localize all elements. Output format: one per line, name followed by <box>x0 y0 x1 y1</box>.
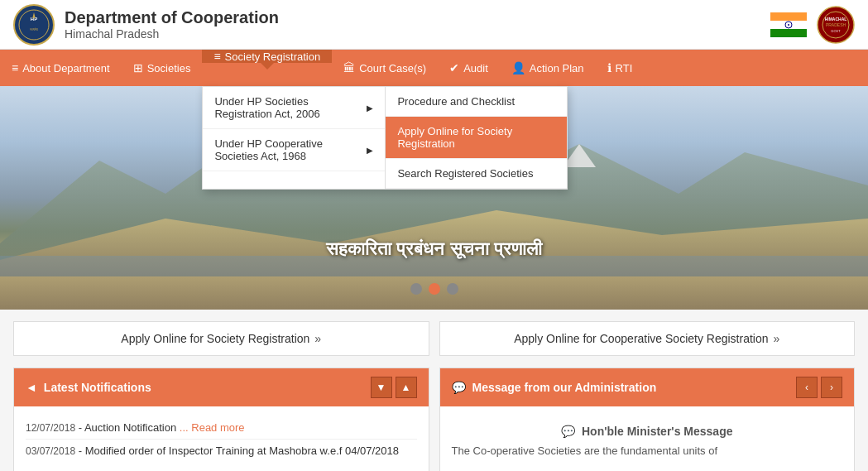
bottom-panels: ◄ Latest Notifications ▼ ▲ 12/07/2018 - … <box>0 368 868 471</box>
svg-point-9 <box>788 24 789 26</box>
nav-society-reg[interactable]: ≡ Society Registration <box>202 50 332 63</box>
nav-about-label: About Department <box>22 62 110 74</box>
list-icon: ≡ <box>213 50 220 63</box>
dropdown-hp-coop[interactable]: Under HP Cooperative Societies Act, 1968… <box>203 129 385 171</box>
msg-minister-title: 💬 Hon'ble Minister's Message <box>452 416 843 443</box>
dropdown-apply-online-label: Apply Online for Society Registration <box>397 125 555 150</box>
msg-icon: 💬 <box>561 425 575 438</box>
notification-date-2: 03/07/2018 <box>26 445 75 457</box>
notifications-down-btn[interactable]: ▼ <box>371 377 392 398</box>
notification-separator-2: - <box>79 445 85 457</box>
court-icon: 🏛 <box>343 61 355 74</box>
dropdown-procedure-label: Procedure and Checklist <box>397 95 515 108</box>
hero-tagline: सहकारिता प्रबंधन सूचना प्रणाली <box>326 238 541 260</box>
info-icon: ℹ <box>607 61 611 74</box>
dropdown-search-label: Search Registered Societies <box>397 167 533 180</box>
quick-link-coop-label: Apply Online for Cooperative Society Reg… <box>514 332 768 345</box>
nav-societies[interactable]: ⊞ Societies <box>122 50 203 86</box>
dropdown-search[interactable]: Search Registered Societies <box>386 159 567 189</box>
nav-society-reg-wrapper: ≡ Society Registration Under HP Societie… <box>202 50 332 86</box>
notification-date-1: 12/07/2018 <box>26 422 75 434</box>
carousel-dot-1[interactable] <box>410 283 422 295</box>
chevron-right-icon-2: ▶ <box>367 146 373 155</box>
chevron-right-icon: ▶ <box>367 103 373 113</box>
notifications-title: Latest Notifications <box>44 381 151 394</box>
nav-society-reg-label: Society Registration <box>225 50 321 63</box>
grid-icon: ⊞ <box>133 61 143 74</box>
message-header-left: 💬 Message from our Administration <box>452 381 657 394</box>
carousel-dot-3[interactable] <box>447 283 458 295</box>
quick-link-coop-reg[interactable]: Apply Online for Cooperative Society Reg… <box>439 321 856 356</box>
state-name: Himachal Pradesh <box>65 27 279 41</box>
notification-readmore-1[interactable]: ... Read more <box>180 421 245 434</box>
nav-societies-label: Societies <box>147 62 191 74</box>
svg-text:PRADESH: PRADESH <box>826 22 846 27</box>
header-title: Department of Cooperation Himachal Prade… <box>65 8 279 41</box>
dropdown-procedure[interactable]: Procedure and Checklist <box>386 87 567 117</box>
dropdown-hp-societies-label: Under HP Societies Registration Act, 200… <box>214 95 367 120</box>
quick-link-society-reg[interactable]: Apply Online for Society Registration » <box>13 321 429 356</box>
svg-text:सत्यमेव: सत्यमेव <box>29 27 39 31</box>
dropdown-hp-coop-label: Under HP Cooperative Societies Act, 1968 <box>214 137 367 162</box>
notification-triangle-icon: ◄ <box>26 381 37 394</box>
notifications-header-left: ◄ Latest Notifications <box>26 381 151 394</box>
dropdown-apply-online[interactable]: Apply Online for Society Registration <box>386 117 567 159</box>
dropdown-col-1: Under HP Societies Registration Act, 200… <box>203 87 385 189</box>
message-chat-icon: 💬 <box>452 381 466 394</box>
person-icon: 👤 <box>511 61 525 74</box>
svg-rect-7 <box>770 29 807 37</box>
navbar: ≡ About Department ⊞ Societies ≡ Society… <box>0 50 868 86</box>
nav-court-label: Court Case(s) <box>359 62 426 74</box>
notification-separator-1: - <box>79 421 84 434</box>
notification-item-2: 03/07/2018 - Modified order of Inspector… <box>26 440 417 462</box>
carousel-dots <box>410 283 458 295</box>
message-header: 💬 Message from our Administration ‹ › <box>440 368 855 406</box>
notifications-up-btn[interactable]: ▲ <box>396 377 417 398</box>
message-prev-btn[interactable]: ‹ <box>796 377 818 398</box>
svg-rect-5 <box>770 12 807 21</box>
nav-action-plan[interactable]: 👤 Action Plan <box>500 50 596 86</box>
notifications-header: ◄ Latest Notifications ▼ ▲ <box>14 368 429 406</box>
nav-audit-label: Audit <box>463 62 488 74</box>
dropdown-hp-societies[interactable]: Under HP Societies Registration Act, 200… <box>203 87 385 129</box>
header: HP सत्यमेव Department of Cooperation Him… <box>0 0 868 50</box>
dropdown-col-2: Procedure and Checklist Apply Online for… <box>385 87 567 189</box>
carousel-dot-2[interactable] <box>429 283 440 295</box>
hamburger-icon: ≡ <box>12 61 18 74</box>
quick-links-row: Apply Online for Society Registration » … <box>0 310 868 368</box>
hp-emblem-logo: HP सत्यमेव <box>13 4 55 46</box>
nav-rti-label: RTI <box>616 62 633 74</box>
society-reg-dropdown: Under HP Societies Registration Act, 200… <box>202 86 568 190</box>
header-right: HIMACHAL PRADESH GOVT <box>770 6 855 44</box>
svg-point-0 <box>14 5 54 45</box>
notification-text-1: Auction Notification <box>84 421 176 434</box>
double-arrow-icon-2: » <box>774 332 780 345</box>
message-next-btn[interactable]: › <box>821 377 842 398</box>
nav-action-plan-label: Action Plan <box>530 62 584 74</box>
dept-name: Department of Cooperation <box>65 8 279 27</box>
nav-about[interactable]: ≡ About Department <box>0 50 122 86</box>
notification-text-2: Modified order of Inspector Training at … <box>85 445 399 457</box>
double-arrow-icon-1: » <box>314 332 321 345</box>
message-panel-title: Message from our Administration <box>472 381 657 394</box>
check-icon: ✔ <box>449 61 459 74</box>
svg-text:HIMACHAL: HIMACHAL <box>825 17 847 22</box>
nav-court-cases[interactable]: 🏛 Court Case(s) <box>332 50 438 86</box>
svg-text:GOVT: GOVT <box>831 29 841 33</box>
notifications-controls: ▼ ▲ <box>371 377 417 398</box>
message-panel: 💬 Message from our Administration ‹ › 💬 … <box>439 368 856 471</box>
notifications-panel: ◄ Latest Notifications ▼ ▲ 12/07/2018 - … <box>13 368 429 471</box>
nav-rti[interactable]: ℹ RTI <box>596 50 645 86</box>
msg-minister-label: Hon'ble Minister's Message <box>582 425 733 438</box>
notifications-body: 12/07/2018 - Auction Notification ... Re… <box>14 406 429 471</box>
hp-seal-icon: HIMACHAL PRADESH GOVT <box>817 6 855 44</box>
notification-item-1: 12/07/2018 - Auction Notification ... Re… <box>26 416 417 440</box>
quick-link-society-label: Apply Online for Society Registration <box>121 332 309 345</box>
msg-content: The Co-operative Societies are the funda… <box>452 443 843 459</box>
nav-audit[interactable]: ✔ Audit <box>438 50 500 86</box>
message-body: 💬 Hon'ble Minister's Message The Co-oper… <box>440 406 855 469</box>
india-flag-icon <box>770 12 807 37</box>
message-controls: ‹ › <box>796 377 842 398</box>
